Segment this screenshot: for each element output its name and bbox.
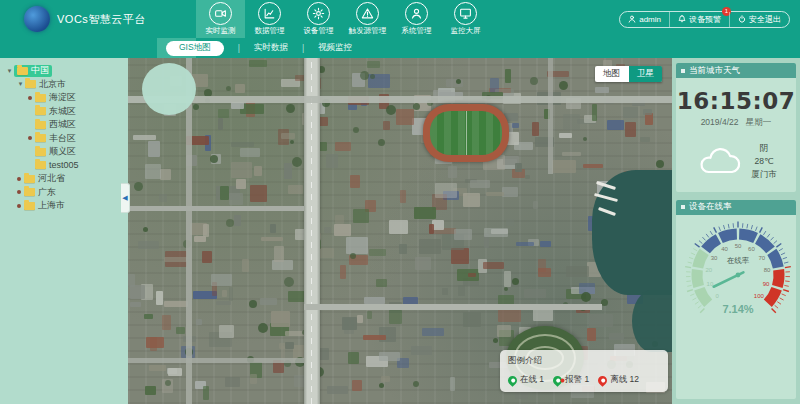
map-tree (581, 292, 591, 302)
legend-item-报警[interactable]: 报警 1 (553, 374, 589, 386)
tree-bullet-icon (28, 96, 32, 100)
map-tree (413, 381, 419, 387)
monitor-icon (454, 2, 477, 25)
map-building (327, 386, 348, 394)
nav-item-6[interactable]: 监控大屏 (441, 0, 490, 38)
folder-icon (17, 67, 28, 75)
tree-node-西城区[interactable]: 西城区 (0, 118, 128, 132)
map-type-toggle: 地图 卫星 (595, 66, 662, 82)
map-road (128, 358, 304, 363)
gis-map[interactable]: 地图 卫星 图例介绍 在线 1报警 1离线 12 (128, 58, 672, 404)
nav-item-5[interactable]: 系统管理 (392, 0, 441, 38)
tab-gis-map[interactable]: GIS地图 (166, 41, 224, 56)
map-building (218, 109, 229, 118)
weather-card-header: 当前城市天气 (676, 63, 796, 78)
nav-item-3[interactable]: 设备管理 (294, 0, 343, 38)
tree-label: 河北省 (38, 172, 65, 185)
tree-node-北京市[interactable]: ▾北京市 (0, 78, 128, 92)
map-tree (353, 127, 359, 133)
user-menu[interactable]: admin (620, 12, 669, 27)
svg-text:20: 20 (706, 267, 713, 273)
legend-label: 离线 12 (610, 374, 639, 386)
map-type-map-button[interactable]: 地图 (595, 66, 628, 82)
map-tree (360, 71, 369, 80)
map-building (463, 193, 480, 207)
tree-node-test005[interactable]: test005 (0, 159, 128, 173)
map-building (383, 121, 390, 130)
app-window: VOCs智慧云平台 实时监测数据管理设备管理触发源管理系统管理监控大屏 admi… (0, 0, 800, 404)
map-tree (504, 287, 508, 291)
logout-button[interactable]: 安全退出 (729, 12, 789, 27)
map-building (231, 102, 244, 109)
map-tree (143, 227, 148, 232)
online-rate-card-title: 设备在线率 (689, 201, 732, 213)
map-building (363, 335, 386, 340)
tab-realtime-data[interactable]: 实时数据 (254, 42, 288, 54)
map-building (468, 273, 476, 277)
folder-icon (24, 175, 35, 183)
tab-video-monitor[interactable]: 视频监控 (318, 42, 352, 54)
tree-node-中国[interactable]: ▾中国 (0, 64, 128, 78)
weather-info: 阴 28℃ 厦门市 (751, 142, 777, 182)
tab-separator: | (302, 43, 304, 53)
map-building (379, 352, 400, 361)
chart-icon (258, 2, 281, 25)
tree-node-丰台区[interactable]: 丰台区 (0, 132, 128, 146)
map-building (538, 268, 551, 277)
region-tree-sidebar: ▾中国▾北京市海淀区东城区西城区丰台区顺义区test005河北省广东上海市 (0, 58, 128, 404)
map-tree (386, 105, 396, 115)
nav-item-4[interactable]: 触发源管理 (343, 0, 392, 38)
sidebar-collapse-handle[interactable]: ◀ (121, 183, 130, 213)
tree-label: test005 (49, 160, 79, 170)
folder-icon (35, 121, 46, 129)
map-building (128, 274, 135, 287)
svg-text:在线率: 在线率 (727, 256, 750, 265)
device-alerts-button[interactable]: 设备预警 1 (669, 12, 729, 27)
clock: 16:15:07 (676, 88, 796, 114)
svg-text:0: 0 (715, 292, 719, 298)
tree-node-河北省[interactable]: 河北省 (0, 172, 128, 186)
tree-label: 顺义区 (49, 145, 76, 158)
expand-arrow-icon[interactable]: ▾ (16, 80, 25, 88)
map-road (304, 304, 602, 310)
map-building (342, 317, 357, 330)
tree-label: 广东 (38, 186, 56, 199)
nav-item-2[interactable]: 数据管理 (245, 0, 294, 38)
tree-label: 北京市 (39, 78, 66, 91)
tree-node-顺义区[interactable]: 顺义区 (0, 145, 128, 159)
map-building (148, 141, 160, 157)
map-type-satellite-button[interactable]: 卫星 (628, 66, 662, 82)
map-building (505, 69, 511, 83)
camera-icon (209, 2, 232, 25)
legend-item-在线[interactable]: 在线 1 (508, 374, 544, 386)
map-building (203, 224, 209, 237)
user-icon (628, 15, 636, 23)
map-building (532, 122, 539, 136)
expand-arrow-icon[interactable]: ▾ (5, 67, 14, 75)
map-road (304, 58, 320, 404)
map-building (498, 308, 521, 322)
map-building (483, 262, 504, 269)
tree-node-广东[interactable]: 广东 (0, 186, 128, 200)
legend-item-离线[interactable]: 离线 12 (598, 374, 639, 386)
map-tree (226, 86, 231, 91)
map-building (240, 148, 260, 157)
main-nav: 实时监测数据管理设备管理触发源管理系统管理监控大屏 (196, 0, 490, 38)
map-building (458, 285, 465, 296)
map-tree (292, 157, 302, 167)
map-building (159, 194, 167, 202)
tree-node-海淀区[interactable]: 海淀区 (0, 91, 128, 105)
weather-city: 厦门市 (751, 168, 777, 181)
pier (594, 193, 618, 202)
nav-item-1[interactable]: 实时监测 (196, 0, 245, 38)
map-building (463, 312, 481, 327)
date-line: 2019/4/22 星期一 (676, 117, 796, 129)
svg-text:80: 80 (764, 267, 771, 273)
folder-icon (35, 148, 46, 156)
map-tree (226, 219, 234, 227)
map-tree (378, 139, 385, 146)
tree-node-上海市[interactable]: 上海市 (0, 199, 128, 213)
map-building (285, 342, 294, 349)
sports-field (423, 104, 509, 162)
tree-node-东城区[interactable]: 东城区 (0, 105, 128, 119)
